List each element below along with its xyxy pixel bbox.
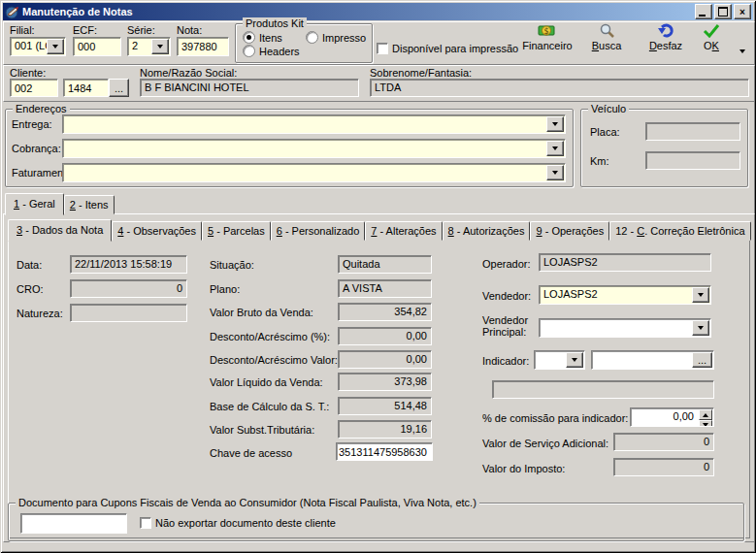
- desconto-valor-field: 0,00: [338, 350, 432, 369]
- tab-operacoes[interactable]: 9 - Operações: [530, 221, 609, 241]
- money-icon: $: [538, 23, 557, 38]
- filial-dropdown-button[interactable]: [47, 39, 64, 54]
- vendedor-principal-dropdown-button[interactable]: [692, 320, 709, 336]
- ok-label: OK: [704, 40, 719, 51]
- serie-dropdown-button[interactable]: [151, 39, 169, 54]
- cliente-browse-button[interactable]: ...: [109, 79, 129, 97]
- cobranca-combo[interactable]: [62, 139, 566, 158]
- busca-button[interactable]: Busca: [583, 23, 630, 63]
- vendedor-principal-combo[interactable]: [539, 318, 711, 338]
- indicador-dropdown-button[interactable]: [566, 352, 583, 368]
- tab-correcao-eletronica-label: 12 - C. Correção Eletrônica: [615, 225, 744, 237]
- operador-label: Operador:: [482, 258, 531, 270]
- filial-combo[interactable]: 001 (LC: [10, 37, 66, 56]
- desfaz-label: Desfaz: [649, 40, 682, 51]
- cobranca-dropdown-button[interactable]: [546, 141, 564, 156]
- chave-acesso-input[interactable]: [336, 442, 433, 461]
- ecf-label: ECF:: [73, 24, 97, 36]
- natureza-label: Natureza:: [16, 308, 63, 319]
- radio-headers-label: Headers: [259, 46, 300, 57]
- plano-label: Plano:: [210, 283, 240, 295]
- tab-personalizado-label: 6 - Personalizado: [277, 225, 360, 237]
- comissao-spinner[interactable]: 0,00: [630, 407, 714, 427]
- spin-down-button[interactable]: [699, 420, 712, 427]
- chevron-down-icon: [698, 326, 704, 333]
- manutencao-de-notas-window: { "window": { "title": "Manutenção de No…: [0, 0, 756, 553]
- tab-dados-da-nota[interactable]: 3 - Dados da Nota: [8, 219, 112, 242]
- tab-personalizado[interactable]: 6 - Personalizado: [271, 221, 366, 241]
- search-icon: [598, 23, 615, 38]
- vendedor-dropdown-button[interactable]: [692, 287, 709, 303]
- minimize-button[interactable]: [695, 4, 712, 19]
- radio-headers[interactable]: Headers: [243, 45, 300, 57]
- tab-correcao-eletronica[interactable]: 12 - C. Correção Eletrônica: [609, 221, 750, 241]
- app-icon: [5, 5, 19, 19]
- indicador-extra-field: [492, 380, 714, 399]
- valor-liquido-value: 373,98: [394, 375, 427, 387]
- ok-button[interactable]: OK: [695, 23, 728, 63]
- disponivel-checkbox[interactable]: Disponível para impressão: [377, 43, 518, 54]
- tab-parcelas[interactable]: 5 - Parcelas: [202, 221, 271, 241]
- spin-up-button[interactable]: [699, 409, 712, 420]
- tab-observacoes[interactable]: 4 - Observações: [112, 221, 202, 241]
- toolbar-overflow-arrow[interactable]: [740, 49, 745, 56]
- ecf-input[interactable]: [73, 37, 121, 56]
- financeiro-button[interactable]: $ Financeiro: [516, 23, 578, 63]
- natureza-field: [70, 304, 187, 322]
- close-button[interactable]: ×: [734, 4, 751, 19]
- documento-title: Documento para Cupons Fiscais de Venda a…: [16, 497, 479, 508]
- valor-bruto-field: 354,82: [338, 303, 432, 321]
- indicador-browse-button[interactable]: ...: [692, 352, 712, 368]
- radio-impresso[interactable]: Impresso: [306, 31, 366, 44]
- indicador-desc-field[interactable]: ...: [591, 350, 714, 370]
- cliente-codigo-input[interactable]: [10, 79, 58, 97]
- vendedor-combo[interactable]: LOJASPS2: [539, 285, 711, 305]
- valor-subst-value: 19,16: [400, 423, 427, 435]
- produtos-kit-title: Produtos Kit: [243, 17, 307, 29]
- window-title: Manutenção de Notas: [22, 6, 133, 17]
- financeiro-label: Financeiro: [522, 40, 572, 51]
- nao-exportar-checkbox[interactable]: Não exportar documento deste cliente: [140, 517, 336, 529]
- imposto-label: Valor do Imposto:: [482, 463, 565, 474]
- serie-combo[interactable]: 2: [127, 37, 171, 56]
- plano-value: A VISTA: [343, 282, 382, 294]
- chevron-down-icon: [698, 293, 704, 300]
- chevron-down-icon: [552, 146, 558, 153]
- situacao-value: Quitada: [343, 258, 380, 270]
- entrega-dropdown-button[interactable]: [546, 116, 564, 132]
- data-value: 22/11/2013 15:58:19: [75, 258, 172, 270]
- data-field: 22/11/2013 15:58:19: [70, 255, 187, 274]
- tab-itens[interactable]: 2 - Itens: [64, 195, 115, 214]
- tab-alteracoes[interactable]: 7 - Alterações: [365, 221, 442, 241]
- base-st-label: Base de Cálculo da S. T.:: [210, 401, 329, 412]
- faturamento-dropdown-button[interactable]: [546, 165, 564, 180]
- faturamento-combo[interactable]: [62, 163, 566, 182]
- cliente-numero-input[interactable]: [63, 79, 109, 97]
- maximize-button[interactable]: [714, 4, 732, 19]
- km-field: [645, 151, 740, 170]
- entrega-combo[interactable]: [62, 114, 566, 134]
- valor-bruto-value: 354,82: [394, 306, 427, 317]
- desconto-pct-label: Desconto/Acréscimo (%):: [210, 331, 330, 342]
- tab-autorizacoes[interactable]: 8 - Autorizações: [443, 221, 531, 241]
- comissao-value: 0,00: [674, 410, 694, 422]
- indicador-combo[interactable]: [534, 350, 585, 370]
- tab-dados-da-nota-label: 3 - Dados da Nota: [16, 224, 103, 236]
- nao-exportar-checkbox-box: [140, 517, 151, 529]
- entrega-label: Entrega:: [12, 118, 52, 130]
- tab-geral[interactable]: 1 - Geral: [5, 193, 64, 215]
- base-st-value: 514,48: [394, 400, 427, 411]
- servico-field: 0: [613, 433, 714, 451]
- disponivel-checkbox-label: Disponível para impressão: [392, 43, 518, 54]
- desfaz-button[interactable]: Desfaz: [640, 23, 692, 63]
- radio-itens-circle: [243, 31, 255, 44]
- operador-value: LOJASPS2: [543, 256, 598, 268]
- radio-itens[interactable]: Itens: [243, 31, 282, 44]
- nota-input[interactable]: [177, 37, 229, 56]
- radio-itens-label: Itens: [259, 32, 282, 44]
- vendedor-principal-label: Vendedor Principal:: [482, 314, 536, 338]
- chevron-down-icon: [703, 423, 708, 427]
- header-panel: Filial: 001 (LC ECF: Série: 2 Nota: Prod…: [3, 21, 755, 65]
- situacao-label: Situação:: [210, 259, 254, 271]
- documento-input[interactable]: [20, 513, 127, 534]
